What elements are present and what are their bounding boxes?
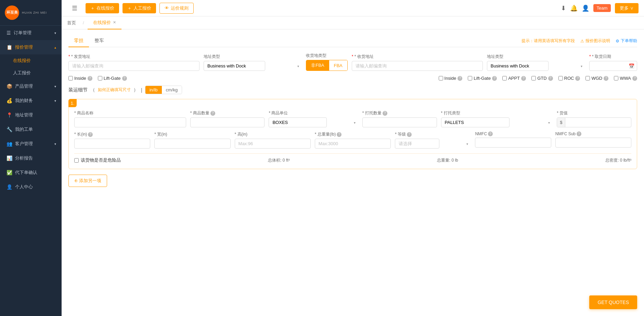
total-weight-input[interactable] bbox=[315, 139, 391, 149]
appt-checkbox[interactable]: APPT ? bbox=[502, 76, 526, 81]
nmfc-sub-input[interactable] bbox=[555, 138, 631, 148]
finance-icon: 💰 bbox=[7, 98, 12, 103]
value-input-wrapper: $ bbox=[557, 117, 631, 127]
appt-input[interactable] bbox=[502, 76, 507, 80]
unit-cm-kg-button[interactable]: cm/kg bbox=[162, 86, 182, 94]
sidebar-item-customers[interactable]: 👥 客户管理 ▾ bbox=[0, 137, 62, 151]
shipping-rules-button[interactable]: 👁 运价规则 bbox=[159, 3, 194, 14]
sidebar-item-proxy[interactable]: ✅ 代下单确认 bbox=[0, 165, 62, 180]
breadcrumb-home[interactable]: 首页 bbox=[67, 20, 76, 26]
roc-input[interactable] bbox=[558, 76, 563, 80]
sidebar-subitem-online-quote[interactable]: 在线报价 bbox=[0, 54, 62, 67]
pallet-qty-input[interactable] bbox=[362, 117, 437, 127]
grade-field: * 等级 ? 请选择 5055606570 ▾ bbox=[395, 131, 471, 149]
wgd-help[interactable]: ? bbox=[604, 76, 608, 81]
inside-receiver-help[interactable]: ? bbox=[458, 76, 462, 81]
sub-tab-ftl[interactable]: 整车 bbox=[89, 35, 110, 47]
roc-checkbox[interactable]: ROC ? bbox=[558, 76, 580, 81]
height-input[interactable] bbox=[235, 139, 311, 149]
height-label: * 高(in) bbox=[235, 131, 311, 137]
pickup-date-label: * 取货日期 bbox=[589, 54, 637, 60]
liftgate-shipper-checkbox[interactable]: Lift-Gate ? bbox=[98, 76, 127, 81]
unit-in-lb-button[interactable]: in/lb bbox=[145, 86, 162, 94]
product-qty-input[interactable] bbox=[190, 117, 265, 127]
wwa-input[interactable] bbox=[614, 76, 618, 80]
length-input[interactable] bbox=[74, 139, 150, 149]
wgd-input[interactable] bbox=[585, 76, 590, 80]
product-unit-select[interactable]: BOXES PALLETS PIECES bbox=[269, 117, 327, 127]
inside-shipper-help[interactable]: ? bbox=[88, 76, 92, 81]
sidebar-item-products[interactable]: 📦 产品管理 ▾ bbox=[0, 79, 62, 93]
liftgate-shipper-input[interactable] bbox=[98, 76, 102, 80]
download-icon[interactable]: ⬇ bbox=[561, 4, 566, 12]
liftgate-shipper-help[interactable]: ? bbox=[122, 76, 127, 81]
quote-explain-link[interactable]: ⚠ 报价图示说明 bbox=[580, 38, 610, 44]
liftgate-receiver-input[interactable] bbox=[468, 76, 472, 80]
fba-button[interactable]: FBA bbox=[329, 60, 347, 71]
tab-online-quote[interactable]: 在线报价 ✕ bbox=[88, 16, 121, 29]
product-name-input[interactable] bbox=[74, 117, 186, 127]
menu-toggle-button[interactable]: ☰ bbox=[67, 2, 82, 14]
non-fba-button[interactable]: 非FBA bbox=[306, 60, 329, 71]
roc-help[interactable]: ? bbox=[575, 76, 580, 81]
shipper-type-select[interactable]: Business with Dock Business without Dock… bbox=[204, 61, 265, 71]
receiver-address-input[interactable] bbox=[352, 61, 483, 71]
sidebar-item-address[interactable]: 📍 地址管理 bbox=[0, 108, 62, 122]
inside-shipper-input[interactable] bbox=[68, 76, 73, 80]
more-button[interactable]: 更多 ∨ bbox=[615, 3, 639, 13]
chevron-up-icon: ▴ bbox=[54, 46, 56, 49]
grade-help[interactable]: ? bbox=[407, 132, 412, 137]
sidebar-item-orders[interactable]: ☰ 订单管理 ▾ bbox=[0, 26, 62, 40]
sidebar-item-finance[interactable]: 💰 我的财务 ▾ bbox=[0, 93, 62, 108]
tab-close-icon[interactable]: ✕ bbox=[113, 20, 116, 25]
pickup-date-input[interactable] bbox=[589, 61, 637, 71]
user-settings-icon[interactable]: 👤 bbox=[582, 4, 589, 12]
product-qty-help[interactable]: ? bbox=[210, 111, 215, 116]
sidebar-item-profile[interactable]: 👤 个人中心 bbox=[0, 180, 62, 194]
nmfc-help[interactable]: ? bbox=[488, 131, 493, 136]
nmfc-field: NMFC ? bbox=[475, 131, 551, 149]
gtd-checkbox[interactable]: GTD ? bbox=[531, 76, 553, 81]
sidebar-item-quotes[interactable]: 📋 报价管理 ▴ bbox=[0, 40, 62, 54]
receiver-type-select[interactable]: Business with Dock Business without Dock… bbox=[487, 61, 549, 71]
inside-receiver-input[interactable] bbox=[439, 76, 443, 80]
gtd-help[interactable]: ? bbox=[548, 76, 553, 81]
length-help[interactable]: ? bbox=[88, 132, 93, 137]
pallet-qty-help[interactable]: ? bbox=[383, 111, 387, 116]
address-icon: 📍 bbox=[7, 112, 12, 118]
pallet-type-select[interactable]: PALLETS SKIDS bbox=[441, 117, 510, 127]
sub-tab-ltl[interactable]: 零担 bbox=[68, 35, 89, 47]
gtd-input[interactable] bbox=[531, 76, 536, 80]
total-weight-help[interactable]: ? bbox=[337, 132, 342, 137]
liftgate-receiver-checkbox[interactable]: Lift-Gate ? bbox=[468, 76, 497, 81]
liftgate-receiver-help[interactable]: ? bbox=[492, 76, 497, 81]
add-item-button[interactable]: ⊕ 添加另一项 bbox=[68, 175, 107, 187]
inside-shipper-checkbox[interactable]: Inside ? bbox=[68, 76, 92, 81]
order-help-link[interactable]: ⚙ 下单帮助 bbox=[616, 38, 637, 44]
get-quotes-button[interactable]: GET QUOTES bbox=[589, 295, 637, 309]
online-quote-button[interactable]: ＋ * 发货地址 在线报价 bbox=[86, 3, 119, 13]
appt-help[interactable]: ? bbox=[521, 76, 526, 81]
how-to-link[interactable]: 如何正确填写尺寸 bbox=[98, 87, 131, 93]
width-field: * 宽(in) bbox=[154, 131, 230, 149]
notification-icon[interactable]: 🔔 bbox=[570, 4, 578, 12]
width-input[interactable] bbox=[154, 139, 230, 149]
plus-icon-manual: ＋ bbox=[127, 5, 132, 11]
wwa-help[interactable]: ? bbox=[632, 76, 637, 81]
wwa-checkbox[interactable]: WWA ? bbox=[614, 76, 637, 81]
nmfc-input[interactable] bbox=[475, 138, 551, 148]
shipper-address-input[interactable] bbox=[68, 61, 199, 71]
hazard-checkbox[interactable] bbox=[74, 158, 79, 163]
manual-quote-button[interactable]: ＋ 人工报价 bbox=[123, 3, 156, 13]
profile-icon: 👤 bbox=[7, 184, 12, 190]
sidebar-item-reports[interactable]: 📊 分析报告 bbox=[0, 151, 62, 165]
sidebar-item-workorder[interactable]: 🔧 我的工单 bbox=[0, 122, 62, 137]
hazard-checkbox-item[interactable]: 该货物是否是危险品 bbox=[74, 157, 121, 163]
grade-select[interactable]: 请选择 5055606570 bbox=[395, 139, 439, 149]
inside-receiver-checkbox[interactable]: Inside ? bbox=[439, 76, 463, 81]
receiver-type-label: 地址类型 bbox=[487, 54, 585, 60]
wgd-checkbox[interactable]: WGD ? bbox=[585, 76, 608, 81]
value-input[interactable] bbox=[565, 118, 593, 127]
sidebar-subitem-manual-quote[interactable]: 人工报价 bbox=[0, 67, 62, 79]
nmfc-sub-help[interactable]: ? bbox=[577, 131, 581, 136]
